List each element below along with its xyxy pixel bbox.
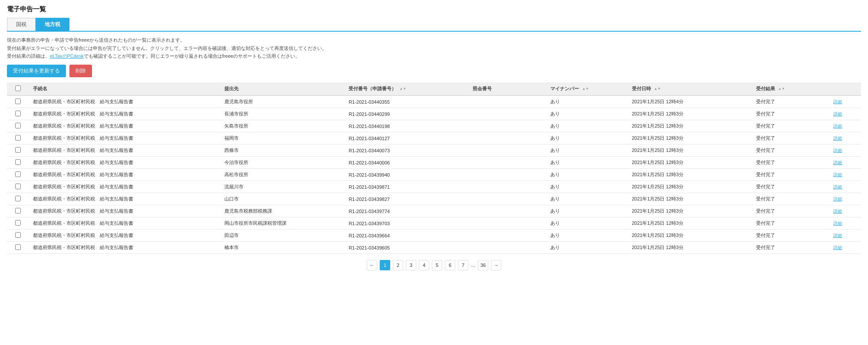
row-detail-11[interactable]: 詳細	[830, 230, 861, 242]
table-row: 都道府県民税・市区町村民税 給与支払報告書 福岡市 R1-2021-034401…	[7, 132, 861, 145]
main-table: 手続名 提出先 受付番号（申請番号） ▲▼ 照会番号 マイナンバー ▲▼	[7, 82, 861, 254]
row-receipt-9: R1-2021-03439774	[345, 205, 469, 217]
row-detail-3[interactable]: 詳細	[830, 132, 861, 145]
row-result-9: 受付完了	[753, 205, 830, 217]
row-detail-5[interactable]: 詳細	[830, 157, 861, 169]
row-check-9[interactable]	[7, 205, 30, 217]
header-dest: 提出先	[221, 82, 345, 95]
row-meeting-1	[469, 108, 547, 120]
row-check-8[interactable]	[7, 193, 30, 205]
row-detail-9[interactable]: 詳細	[830, 205, 861, 217]
page-btn-5[interactable]: 5	[432, 260, 442, 270]
row-date-6: 2021年1月25日 12時3分	[628, 169, 753, 181]
info-line3: 受付結果の詳細は、eLTaxのPCdeskでも確認することが可能です。同じエラー…	[7, 52, 861, 60]
row-dest-5: 今治市役所	[221, 157, 345, 169]
row-meeting-11	[469, 230, 547, 242]
row-check-11[interactable]	[7, 230, 30, 242]
row-mynumber-9: あり	[547, 205, 628, 217]
page-btn-2[interactable]: 2	[393, 260, 403, 270]
row-procedure-10: 都道府県民税・市区町村民税 給与支払報告書	[30, 217, 221, 230]
row-date-9: 2021年1月25日 12時3分	[628, 205, 753, 217]
row-result-7: 受付完了	[753, 181, 830, 193]
row-date-7: 2021年1月25日 12時3分	[628, 181, 753, 193]
row-procedure-11: 都道府県民税・市区町村民税 給与支払報告書	[30, 230, 221, 242]
sort-icon-result: ▲▼	[778, 87, 785, 91]
row-check-6[interactable]	[7, 169, 30, 181]
row-check-12[interactable]	[7, 242, 30, 254]
row-date-0: 2021年1月25日 12時4分	[628, 95, 753, 108]
row-date-4: 2021年1月25日 12時3分	[628, 145, 753, 157]
info-line3-prefix: 受付結果の詳細は、	[7, 53, 50, 59]
row-dest-2: 矢島市役所	[221, 120, 345, 132]
row-result-1: 受付完了	[753, 108, 830, 120]
row-procedure-4: 都道府県民税・市区町村民税 給与支払報告書	[30, 145, 221, 157]
table-row: 都道府県民税・市区町村民税 給与支払報告書 鹿児島市税務部税務課 R1-2021…	[7, 205, 861, 217]
row-date-2: 2021年1月25日 12時3分	[628, 120, 753, 132]
table-row: 都道府県民税・市区町村民税 給与支払報告書 高松市役所 R1-2021-0343…	[7, 169, 861, 181]
header-result[interactable]: 受付結果 ▲▼	[753, 82, 830, 95]
row-result-10: 受付完了	[753, 217, 830, 230]
row-detail-10[interactable]: 詳細	[830, 217, 861, 230]
prev-page-button[interactable]: ←	[367, 260, 377, 270]
page-btn-4[interactable]: 4	[419, 260, 429, 270]
row-date-12: 2021年1月25日 12時3分	[628, 242, 753, 254]
update-button[interactable]: 受付結果を更新する	[7, 65, 66, 77]
row-result-4: 受付完了	[753, 145, 830, 157]
tab-local[interactable]: 地方税	[36, 18, 69, 31]
select-all-checkbox[interactable]	[15, 85, 21, 91]
row-meeting-8	[469, 193, 547, 205]
row-receipt-12: R1-2021-03439605	[345, 242, 469, 254]
row-receipt-2: R1-2021-03440198	[345, 120, 469, 132]
row-check-4[interactable]	[7, 145, 30, 157]
page-btn-36[interactable]: 36	[478, 260, 488, 270]
table-wrapper: 手続名 提出先 受付番号（申請番号） ▲▼ 照会番号 マイナンバー ▲▼	[7, 82, 861, 254]
row-check-10[interactable]	[7, 217, 30, 230]
page-btn-1[interactable]: 1	[380, 260, 390, 270]
row-check-5[interactable]	[7, 157, 30, 169]
row-detail-4[interactable]: 詳細	[830, 145, 861, 157]
delete-button[interactable]: 削除	[69, 65, 92, 77]
row-dest-11: 田辺市	[221, 230, 345, 242]
row-procedure-2: 都道府県民税・市区町村民税 給与支払報告書	[30, 120, 221, 132]
row-check-7[interactable]	[7, 181, 30, 193]
row-detail-0[interactable]: 詳細	[830, 95, 861, 108]
row-meeting-5	[469, 157, 547, 169]
row-meeting-9	[469, 205, 547, 217]
row-receipt-11: R1-2021-03439664	[345, 230, 469, 242]
table-row: 都道府県民税・市区町村民税 給与支払報告書 岡山市役所市民税課税管理課 R1-2…	[7, 217, 861, 230]
row-procedure-6: 都道府県民税・市区町村民税 給与支払報告書	[30, 169, 221, 181]
next-page-button[interactable]: →	[491, 260, 501, 270]
page-btn-3[interactable]: 3	[406, 260, 416, 270]
row-check-3[interactable]	[7, 132, 30, 145]
row-result-6: 受付完了	[753, 169, 830, 181]
page-btn-7[interactable]: 7	[458, 260, 468, 270]
table-body: 都道府県民税・市区町村民税 給与支払報告書 鹿児島市役所 R1-2021-034…	[7, 95, 861, 254]
tab-national[interactable]: 国税	[7, 18, 36, 31]
eltax-link[interactable]: eLTaxのPCdesk	[50, 53, 84, 59]
page-btn-6[interactable]: 6	[445, 260, 455, 270]
header-mynumber[interactable]: マイナンバー ▲▼	[547, 82, 628, 95]
row-mynumber-8: あり	[547, 193, 628, 205]
row-receipt-8: R1-2021-03439827	[345, 193, 469, 205]
row-procedure-7: 都道府県民税・市区町村民税 給与支払報告書	[30, 181, 221, 193]
row-detail-7[interactable]: 詳細	[830, 181, 861, 193]
row-detail-12[interactable]: 詳細	[830, 242, 861, 254]
header-receipt-no[interactable]: 受付番号（申請番号） ▲▼	[345, 82, 469, 95]
row-procedure-3: 都道府県民税・市区町村民税 給与支払報告書	[30, 132, 221, 145]
page-ellipsis: ...	[471, 262, 475, 268]
table-row: 都道府県民税・市区町村民税 給与支払報告書 長浦市役所 R1-2021-0344…	[7, 108, 861, 120]
row-detail-6[interactable]: 詳細	[830, 169, 861, 181]
row-check-0[interactable]	[7, 95, 30, 108]
row-meeting-12	[469, 242, 547, 254]
row-check-2[interactable]	[7, 120, 30, 132]
info-line3-suffix: でも確認することが可能です。同じエラーが繰り返される場合はfreeeのサポートも…	[84, 53, 300, 59]
row-detail-8[interactable]: 詳細	[830, 193, 861, 205]
row-procedure-9: 都道府県民税・市区町村民税 給与支払報告書	[30, 205, 221, 217]
header-date[interactable]: 受付日時 ▲▼	[628, 82, 753, 95]
row-check-1[interactable]	[7, 108, 30, 120]
table-row: 都道府県民税・市区町村民税 給与支払報告書 矢島市役所 R1-2021-0344…	[7, 120, 861, 132]
info-section: 現在の事務所の申告・申請で申告freeeから送信されたものが一覧に表示されます。…	[7, 36, 861, 60]
row-result-12: 受付完了	[753, 242, 830, 254]
row-detail-1[interactable]: 詳細	[830, 108, 861, 120]
row-detail-2[interactable]: 詳細	[830, 120, 861, 132]
